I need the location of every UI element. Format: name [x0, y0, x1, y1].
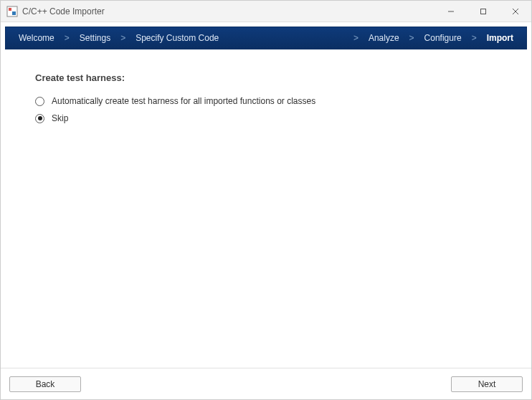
option-auto-label: Automatically create test harness for al… — [52, 96, 315, 106]
app-icon — [6, 6, 18, 17]
radio-skip[interactable] — [35, 114, 44, 123]
step-import[interactable]: Import — [478, 33, 522, 43]
svg-rect-4 — [480, 9, 485, 14]
radio-auto[interactable] — [35, 97, 44, 106]
next-button[interactable]: Next — [451, 376, 523, 392]
close-button[interactable] — [499, 1, 531, 22]
back-button[interactable]: Back — [9, 376, 81, 392]
main-content: Create test harness: Automatically creat… — [1, 49, 531, 368]
window-title: C/C++ Code Importer — [22, 6, 105, 16]
step-specify-custom-code[interactable]: Specify Custom Code — [127, 33, 227, 43]
maximize-button[interactable] — [467, 1, 499, 22]
step-welcome[interactable]: Welcome — [10, 33, 63, 43]
window-buttons — [434, 1, 531, 22]
step-analyze[interactable]: Analyze — [360, 33, 408, 43]
chevron-right-icon: > — [352, 33, 360, 43]
minimize-button[interactable] — [434, 1, 467, 22]
chevron-right-icon: > — [119, 33, 127, 43]
step-bar: Welcome > Settings > Specify Custom Code… — [5, 27, 527, 49]
svg-rect-1 — [9, 8, 11, 11]
page-heading: Create test harness: — [35, 72, 497, 83]
option-skip-row[interactable]: Skip — [35, 113, 497, 123]
option-skip-label: Skip — [52, 113, 68, 123]
step-configure[interactable]: Configure — [416, 33, 470, 43]
chevron-right-icon: > — [408, 33, 416, 43]
svg-rect-2 — [12, 11, 16, 15]
footer: Back Next — [1, 368, 531, 399]
chevron-right-icon: > — [470, 33, 478, 43]
option-auto-row[interactable]: Automatically create test harness for al… — [35, 96, 497, 106]
step-settings[interactable]: Settings — [71, 33, 119, 43]
titlebar: C/C++ Code Importer — [1, 1, 531, 22]
chevron-right-icon: > — [63, 33, 71, 43]
